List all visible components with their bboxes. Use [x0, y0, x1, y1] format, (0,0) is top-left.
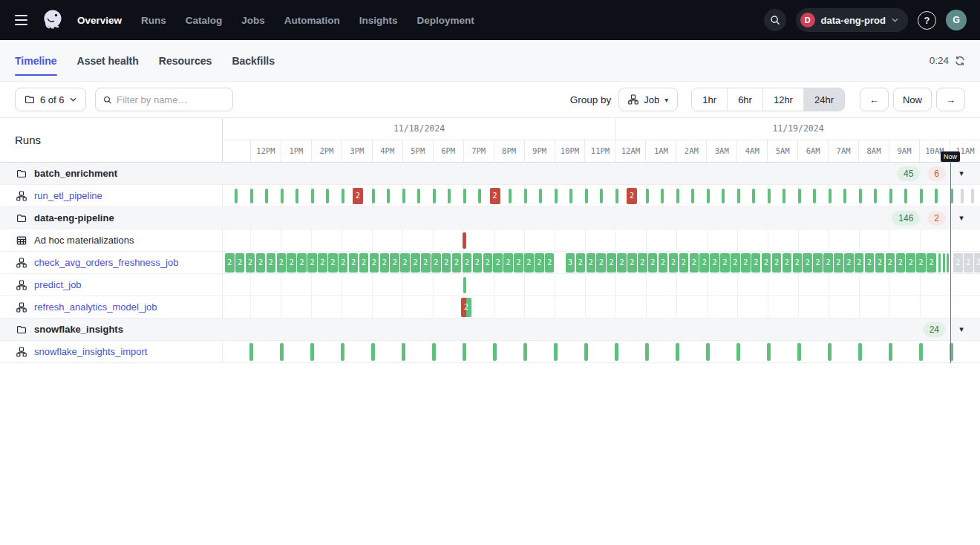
run-mark-success[interactable] — [341, 343, 344, 361]
run-mark-success[interactable] — [767, 343, 771, 361]
run-mark-failure[interactable]: 2 — [627, 188, 637, 204]
tab-resources[interactable]: Resources — [159, 40, 212, 81]
run-mark-success[interactable] — [281, 189, 284, 203]
run-mark-success[interactable] — [371, 343, 375, 361]
job-name-link[interactable]: run_etl_pipeline — [34, 190, 102, 201]
run-mark-success[interactable] — [235, 189, 238, 203]
run-mark-success[interactable] — [904, 189, 907, 203]
name-filter-input[interactable] — [117, 94, 224, 105]
run-mark-success[interactable] — [311, 189, 314, 203]
run-mark-success[interactable] — [943, 253, 945, 272]
run-mark-success[interactable] — [249, 343, 253, 361]
run-mark-success[interactable]: 2 — [596, 253, 606, 272]
run-mark-success[interactable]: 2 — [679, 253, 689, 272]
run-mark-success[interactable] — [280, 343, 284, 361]
run-mark-success[interactable] — [509, 189, 512, 203]
run-mark-success[interactable]: 2 — [287, 253, 296, 272]
run-mark-success[interactable]: 2 — [659, 253, 668, 272]
nav-item-runs[interactable]: Runs — [141, 15, 166, 26]
help-button[interactable]: ? — [918, 11, 936, 30]
collapse-caret-icon[interactable]: ▾ — [953, 169, 970, 178]
run-mark-success[interactable] — [569, 189, 572, 203]
run-mark-success[interactable] — [402, 343, 405, 361]
run-mark-success[interactable] — [813, 189, 816, 203]
run-mark-success[interactable] — [938, 253, 941, 272]
run-mark-success[interactable] — [797, 343, 801, 361]
run-mark-success[interactable]: 2 — [442, 253, 451, 272]
range-24hr[interactable]: 24hr — [803, 88, 844, 111]
run-mark-success[interactable] — [463, 277, 466, 293]
run-mark-success[interactable]: 2 — [380, 253, 390, 272]
run-mark-success[interactable] — [919, 343, 923, 361]
run-mark-success[interactable]: 2 — [349, 253, 359, 272]
run-mark-success[interactable] — [947, 253, 949, 272]
run-mark-success[interactable]: 2 — [793, 253, 803, 272]
run-mark-success[interactable]: 2 — [370, 253, 379, 272]
range-6hr[interactable]: 6hr — [727, 88, 762, 111]
run-mark-success[interactable]: 2 — [627, 253, 637, 272]
run-mark-success[interactable]: 2 — [720, 253, 730, 272]
run-mark-success[interactable]: 2 — [906, 253, 915, 272]
run-mark-success[interactable]: 2 — [524, 253, 534, 272]
nav-item-jobs[interactable]: Jobs — [241, 15, 265, 26]
run-mark-failure[interactable]: 2 — [353, 188, 363, 204]
run-mark-success[interactable]: 2 — [834, 253, 843, 272]
run-mark-failure[interactable]: 2 — [490, 188, 500, 204]
run-mark-success[interactable] — [539, 189, 542, 203]
run-mark-success[interactable] — [843, 189, 846, 203]
run-mark-success[interactable] — [555, 189, 558, 203]
run-mark-success[interactable]: 2 — [225, 253, 235, 272]
run-mark-success[interactable]: 2 — [452, 253, 462, 272]
run-mark-success[interactable] — [584, 343, 588, 361]
run-mark-success[interactable] — [889, 343, 892, 361]
run-mark-success[interactable]: 2 — [339, 253, 348, 272]
run-mark-success[interactable] — [463, 343, 466, 361]
run-mark-success[interactable]: 2 — [916, 253, 926, 272]
run-mark-success[interactable]: 2 — [493, 253, 503, 272]
run-mark-success[interactable] — [265, 189, 268, 203]
avatar[interactable]: G — [946, 10, 967, 30]
run-mark-success[interactable] — [478, 189, 481, 203]
run-mark-success[interactable]: 2 — [514, 253, 523, 272]
run-mark-success[interactable]: 2 — [359, 253, 369, 272]
run-mark-future[interactable] — [971, 189, 974, 203]
run-mark-success[interactable] — [736, 343, 740, 361]
run-mark-success[interactable]: 2 — [235, 253, 245, 272]
run-mark-future[interactable] — [961, 189, 964, 203]
run-mark-success[interactable] — [615, 189, 618, 203]
run-mark-success[interactable] — [463, 189, 466, 203]
run-mark-success[interactable] — [523, 343, 527, 361]
run-mark-success[interactable] — [768, 189, 771, 203]
run-mark-success[interactable]: 2 — [463, 253, 472, 272]
run-mark-success[interactable] — [829, 189, 832, 203]
group-by-select[interactable]: Job ▾ — [618, 88, 678, 111]
run-mark-success[interactable]: 2 — [246, 253, 255, 272]
run-mark-success[interactable]: 2 — [783, 253, 792, 272]
run-mark-success[interactable]: 2 — [535, 253, 544, 272]
run-mark-success[interactable]: 2 — [277, 253, 287, 272]
run-mark-future[interactable]: 2 — [953, 253, 963, 272]
run-mark-success[interactable]: 2 — [307, 253, 317, 272]
run-mark-success[interactable]: 2 — [503, 253, 513, 272]
search-button[interactable] — [764, 9, 786, 31]
run-mark-success[interactable] — [661, 189, 664, 203]
run-mark-success[interactable] — [722, 189, 725, 203]
run-mark-success[interactable] — [600, 189, 603, 203]
run-mark-success[interactable] — [493, 343, 497, 361]
run-mark-success[interactable]: 2 — [267, 253, 276, 272]
run-mark-success[interactable]: 2 — [699, 253, 709, 272]
run-mark-success[interactable]: 2 — [411, 253, 420, 272]
collapse-caret-icon[interactable]: ▾ — [953, 213, 970, 223]
run-mark-success[interactable] — [433, 189, 436, 203]
run-mark-success[interactable] — [889, 189, 892, 203]
run-mark-success[interactable] — [707, 189, 710, 203]
run-mark-success[interactable] — [417, 189, 420, 203]
run-mark-success[interactable]: 2 — [927, 253, 936, 272]
job-name-link[interactable]: refresh_analytics_model_job — [34, 301, 157, 313]
run-mark-success[interactable]: 2 — [607, 253, 616, 272]
run-mark-success[interactable]: 2 — [431, 253, 441, 272]
run-mark-success[interactable] — [310, 343, 314, 361]
collapse-caret-icon[interactable]: ▾ — [953, 324, 970, 334]
run-mark-success[interactable]: 2 — [473, 253, 483, 272]
run-mark-success[interactable] — [737, 189, 740, 203]
